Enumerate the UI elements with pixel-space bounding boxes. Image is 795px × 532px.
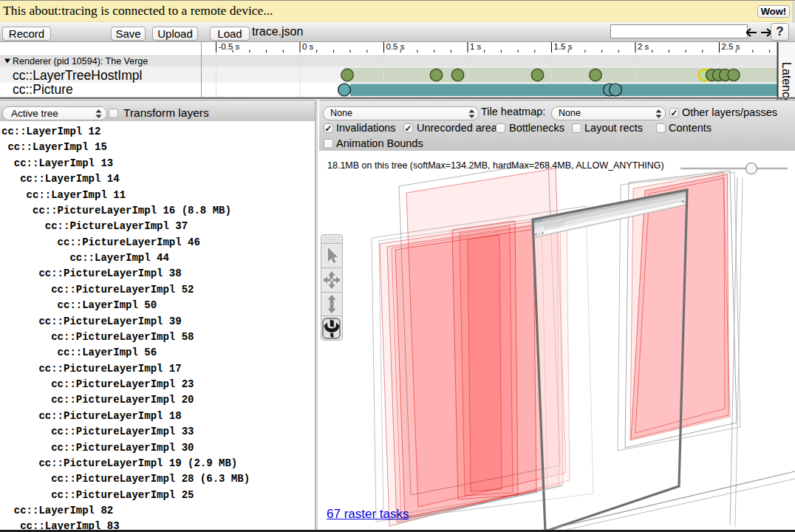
svg-text:Latency: Latency xyxy=(780,62,793,100)
svg-text:1.5 s: 1.5 s xyxy=(554,42,573,51)
svg-text:2 s: 2 s xyxy=(638,42,649,51)
svg-text:cc::LayerTreeHostImpl: cc::LayerTreeHostImpl xyxy=(13,68,142,83)
svg-text:0 s: 0 s xyxy=(302,42,314,51)
svg-text:-0.5 s: -0.5 s xyxy=(219,42,240,51)
svg-text:0.5 s: 0.5 s xyxy=(386,42,405,51)
svg-text:Renderer (pid 10594): The Verg: Renderer (pid 10594): The Verge xyxy=(13,56,148,66)
svg-text:1 s: 1 s xyxy=(470,42,482,51)
svg-text:cc::Picture: cc::Picture xyxy=(13,82,73,97)
svg-text:2.5 s: 2.5 s xyxy=(722,42,740,51)
